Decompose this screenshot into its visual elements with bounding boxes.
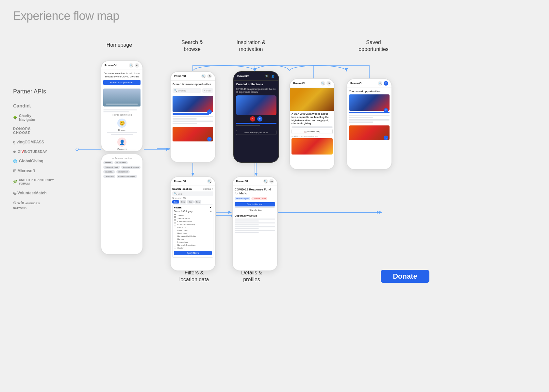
view-more-btn[interactable]: View more opportunities: [236, 130, 276, 135]
chip-environment: Environment: [116, 170, 130, 173]
filter-sel-4[interactable]: Sea: [194, 200, 201, 204]
donate-label: Donate: [393, 272, 417, 281]
inspiration-subtitle: COVID-19 is a global pandemic that not a…: [236, 88, 276, 93]
saved-title: Your saved opportunities: [349, 90, 390, 93]
location-search-input[interactable]: 🔍Seal: [172, 191, 213, 196]
filter-animals: Animals: [174, 214, 212, 217]
page-title: Experience flow map: [13, 9, 119, 23]
chip-healthcare: Healthcare: [103, 175, 115, 178]
homepage-cta-button[interactable]: Find local opportunities: [103, 80, 141, 85]
partner-volunteer-match: ◎ VolunteerMatch: [13, 191, 54, 195]
donate-icon: 😊: [117, 119, 126, 128]
partner-img2: [291, 138, 333, 155]
details-phone: PowerOf 🔍 ⋯ COVID-19 Response Fund for I…: [232, 176, 278, 271]
filter-healthcare: Healthcare: [174, 232, 212, 234]
partner-detail-phone: PowerOf 🔍 ⚙ A Q&A with Caira Woods about…: [289, 78, 335, 170]
donate-label: Donate: [118, 129, 126, 131]
chip-civil-rights: Human & Civil Rights: [117, 175, 137, 178]
chip-education: Educatio...: [103, 170, 115, 173]
areas-of-need-label: — Areas of need —: [103, 157, 141, 159]
filter-sel-2[interactable]: Sea: [180, 200, 187, 204]
search-browse-app-name: PowerOf: [174, 74, 186, 78]
partner-up-forum: 🌿 UNITED PHILANTHROPYFORUM: [13, 178, 54, 186]
partner-charity-navigator: 🌳 CharityNavigator: [13, 114, 54, 122]
details-search-icon: 🔍: [263, 179, 268, 184]
homepage-app-name: PowerOf: [105, 64, 117, 67]
chip-animals: Animals: [103, 161, 113, 164]
filter-nonprofit: Nonprofit Operations: [174, 244, 212, 246]
saved-phone: PowerOf 🔍 ♡ Your saved opportunities ♡ ♡: [346, 78, 392, 170]
fav-icon: ♡: [207, 109, 212, 114]
inspiration-header: PowerOf 🔍 👤: [234, 72, 278, 81]
chip-art-culture: Art & Culture: [114, 161, 128, 164]
expand-icon[interactable]: ∧: [210, 210, 212, 213]
partner-candid: Candid.: [13, 103, 54, 108]
partner-microsoft: ⊞ Microsoft: [13, 169, 54, 173]
partner-header: PowerOf 🔍 ⚙: [290, 79, 334, 88]
search-browse-search-icon: 🔍: [201, 74, 206, 78]
stage-filters: Filters &location data: [170, 270, 219, 283]
save-later-btn[interactable]: ♡Save for later: [235, 207, 275, 212]
chip-children: Children & Youth: [103, 166, 120, 169]
cause-category-label: Cause & Category: [174, 210, 192, 213]
filter-sel-3[interactable]: Sea: [187, 200, 194, 204]
donate-button[interactable]: Donate: [381, 270, 429, 283]
dismiss-btn[interactable]: Dismiss ✕: [203, 188, 213, 190]
filters-title: Filters: [174, 206, 182, 209]
partner-detail-story: A Q&A with Caira Woods about how nonprof…: [291, 112, 333, 125]
play-r: R: [250, 116, 255, 122]
filter-shelter: Shelter: [174, 247, 212, 249]
details-title: COVID-19 Response Fund for Idaho: [235, 188, 275, 195]
search-browse-gear-icon: ⚙: [207, 74, 212, 78]
partner-app-name: PowerOf: [293, 82, 305, 85]
saved-fav2: ♡: [384, 136, 388, 140]
stage-saved: Savedopportunities: [347, 39, 400, 53]
inspiration-profile-icon: 👤: [271, 74, 275, 78]
saved-fav: ♡: [384, 108, 388, 113]
search-browse-title: Search & browse opportunities: [173, 83, 213, 86]
filter-economic: Economic Recovery: [174, 223, 212, 225]
partner-apis-title: Partner APIs: [13, 88, 54, 95]
inspiration-app-name: PowerOf: [237, 74, 249, 78]
homepage-gear-icon: ⚙: [135, 63, 139, 68]
partner-global-giving: 🌐 GlobalGiving: [13, 159, 54, 163]
give-fund-btn[interactable]: Give to this fund: [235, 202, 275, 206]
stage-details: Details &profiles: [229, 270, 274, 283]
filters-app-name: PowerOf: [174, 180, 186, 183]
inspiration-search-icon: 🔍: [265, 74, 269, 78]
stage-inspiration: Inspiration &motivation: [226, 39, 275, 53]
volunteer-icon: 👤: [117, 138, 126, 147]
inspiration-img: [236, 95, 276, 115]
filter-arts: Arts & Culture: [174, 217, 212, 220]
read-story-btn[interactable]: 📖 Read the story: [291, 129, 333, 134]
partner-search-icon: 🔍: [321, 81, 325, 86]
search-browse-phone: PowerOf 🔍 ⚙ Search & browse opportunitie…: [170, 71, 216, 163]
filter-environment: Environment: [174, 229, 212, 231]
filters-close[interactable]: ✕: [209, 206, 212, 209]
partner-apis-section: Partner APIs Candid. 🌳 CharityNavigator …: [13, 88, 54, 215]
searched-label: Searched · 1W: [172, 197, 213, 199]
filter-sel-1[interactable]: Sea: [172, 200, 179, 204]
pagination-dot: •: [236, 127, 276, 129]
saved-heart-icon: ♡: [384, 81, 388, 86]
filter-button[interactable]: ≡Filter: [202, 88, 213, 93]
play-p: P: [257, 116, 262, 122]
filter-hunger: Hunger: [174, 238, 212, 240]
filters-header: PowerOf 🔍: [171, 177, 215, 186]
filter-civil-rights: Human & Civil Rights: [174, 235, 212, 237]
search-location-title: Search location: [172, 188, 192, 190]
saved-img1: [349, 94, 390, 111]
saved-header: PowerOf 🔍 ♡: [347, 79, 391, 88]
homepage-phone-lower: — Areas of need — Animals Art & Culture …: [101, 154, 143, 255]
partner-donors-choose: DONORSCHOOSE: [13, 127, 54, 135]
inspiration-title: Curated collections: [236, 83, 276, 86]
inspiration-phone: PowerOf 🔍 👤 Curated collections COVID-19…: [233, 71, 279, 163]
homepage-search-icon: 🔍: [129, 63, 133, 68]
saved-search-icon: 🔍: [378, 81, 382, 86]
homepage-how-label: — How to get involved —: [103, 114, 141, 116]
locality-filter[interactable]: 🔍Locality: [173, 88, 201, 93]
apply-filters-btn[interactable]: Apply filters: [174, 251, 212, 255]
partner-giving-compass: givingCOMPASS: [13, 140, 54, 144]
tag-disaster: Disaster Relief: [251, 197, 267, 200]
homepage-phone: PowerOf 🔍 ⚙ Donate or volunteer to help …: [101, 60, 143, 152]
